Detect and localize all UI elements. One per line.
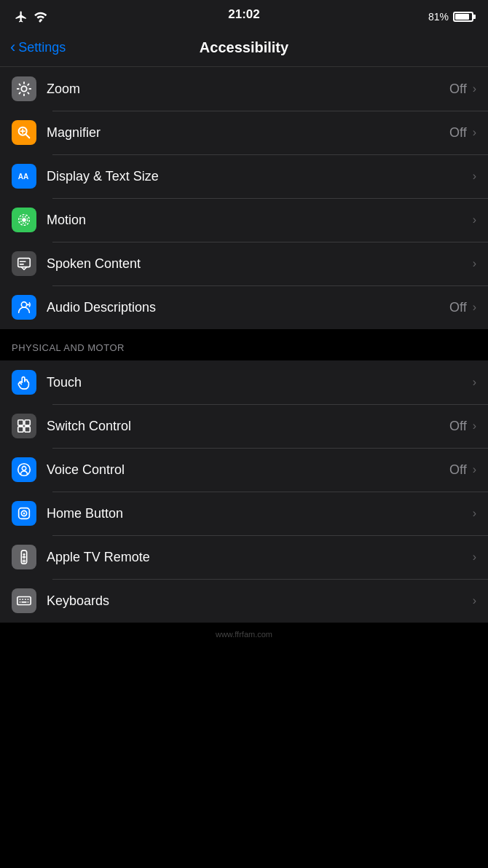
status-right: 81% bbox=[428, 11, 473, 23]
switch-control-icon bbox=[12, 414, 36, 438]
watermark: www.ffrfam.com bbox=[0, 623, 488, 646]
back-chevron-icon: ‹ bbox=[10, 39, 15, 55]
apple-tv-remote-icon bbox=[12, 545, 36, 569]
physical-motor-section-header: PHYSICAL AND MOTOR bbox=[0, 329, 488, 360]
keyboards-row[interactable]: Keyboards › bbox=[0, 579, 488, 623]
magnifier-value: Off bbox=[449, 125, 467, 141]
nav-bar: ‹ Settings Accessibility bbox=[0, 32, 488, 67]
home-button-svg bbox=[16, 505, 32, 521]
status-bar: 21:02 81% bbox=[0, 0, 488, 32]
audio-descriptions-label: Audio Descriptions bbox=[47, 300, 449, 315]
svg-rect-25 bbox=[25, 427, 30, 432]
motion-label: Motion bbox=[47, 213, 473, 228]
svg-line-7 bbox=[28, 84, 28, 85]
touch-svg bbox=[16, 374, 32, 390]
zoom-row[interactable]: Zoom Off › bbox=[0, 67, 488, 111]
motor-settings-list: Touch › Switch Control Off › Voice Contr… bbox=[0, 360, 488, 623]
apple-tv-remote-label: Apple TV Remote bbox=[47, 550, 473, 565]
touch-icon bbox=[12, 370, 36, 395]
remote-svg bbox=[16, 549, 32, 565]
svg-point-20 bbox=[21, 302, 26, 307]
touch-row[interactable]: Touch › bbox=[0, 360, 488, 404]
svg-rect-17 bbox=[18, 259, 31, 267]
magnifier-svg bbox=[16, 125, 32, 141]
battery-fill bbox=[455, 14, 469, 20]
voice-control-svg bbox=[16, 462, 32, 478]
voice-control-row[interactable]: Voice Control Off › bbox=[0, 448, 488, 492]
svg-rect-23 bbox=[25, 420, 30, 425]
svg-point-35 bbox=[23, 560, 25, 562]
back-button[interactable]: ‹ Settings bbox=[10, 40, 66, 55]
spoken-content-row[interactable]: Spoken Content › bbox=[0, 242, 488, 285]
keyboards-icon bbox=[12, 588, 36, 613]
keyboards-chevron-icon: › bbox=[473, 594, 476, 607]
switch-control-row[interactable]: Switch Control Off › bbox=[0, 404, 488, 448]
magnifier-icon bbox=[12, 120, 36, 145]
audio-descriptions-value: Off bbox=[449, 300, 467, 315]
display-text-label: Display & Text Size bbox=[47, 169, 473, 184]
svg-point-21 bbox=[27, 304, 29, 306]
battery-icon bbox=[453, 12, 473, 22]
home-button-icon bbox=[12, 501, 36, 526]
zoom-icon bbox=[12, 76, 36, 101]
svg-rect-24 bbox=[18, 427, 23, 432]
status-time: 21:02 bbox=[228, 7, 259, 22]
back-label: Settings bbox=[18, 40, 66, 55]
motion-icon bbox=[12, 208, 36, 232]
airplane-icon bbox=[15, 10, 28, 23]
switch-control-label: Switch Control bbox=[47, 419, 449, 434]
zoom-label: Zoom bbox=[47, 82, 449, 97]
wifi-icon bbox=[34, 10, 47, 23]
svg-rect-22 bbox=[18, 420, 23, 425]
svg-point-32 bbox=[23, 553, 25, 556]
apple-tv-remote-row[interactable]: Apple TV Remote › bbox=[0, 535, 488, 579]
motion-row[interactable]: Motion › bbox=[0, 198, 488, 242]
home-button-row[interactable]: Home Button › bbox=[0, 492, 488, 535]
display-text-chevron-icon: › bbox=[473, 170, 476, 183]
voice-control-icon bbox=[12, 457, 36, 482]
home-button-chevron-icon: › bbox=[473, 507, 476, 520]
display-text-svg: AA bbox=[16, 168, 32, 184]
zoom-svg bbox=[16, 81, 32, 97]
display-text-icon: AA bbox=[12, 164, 36, 189]
keyboard-svg bbox=[16, 593, 32, 609]
status-left bbox=[15, 10, 47, 23]
audio-desc-svg bbox=[16, 299, 32, 315]
svg-line-8 bbox=[20, 92, 20, 93]
page-title: Accessibility bbox=[200, 39, 288, 56]
motion-chevron-icon: › bbox=[473, 213, 476, 226]
audio-descriptions-chevron-icon: › bbox=[473, 301, 476, 314]
magnifier-chevron-icon: › bbox=[473, 126, 476, 139]
magnifier-label: Magnifier bbox=[47, 125, 449, 141]
zoom-value: Off bbox=[449, 82, 467, 97]
magnifier-row[interactable]: Magnifier Off › bbox=[0, 111, 488, 154]
voice-control-value: Off bbox=[449, 462, 467, 478]
settings-list: Zoom Off › Magnifier Off › AA Display & … bbox=[0, 67, 488, 329]
display-text-row[interactable]: AA Display & Text Size › bbox=[0, 154, 488, 198]
spoken-content-icon bbox=[12, 251, 36, 276]
svg-text:AA: AA bbox=[18, 173, 29, 181]
audio-descriptions-row[interactable]: Audio Descriptions Off › bbox=[0, 285, 488, 329]
home-button-label: Home Button bbox=[47, 506, 473, 521]
spoken-content-label: Spoken Content bbox=[47, 256, 473, 272]
svg-line-10 bbox=[25, 134, 29, 138]
svg-point-15 bbox=[22, 218, 26, 222]
battery-percentage: 81% bbox=[428, 11, 449, 23]
svg-point-27 bbox=[22, 466, 26, 470]
switch-control-value: Off bbox=[449, 419, 467, 434]
keyboards-label: Keyboards bbox=[47, 593, 473, 609]
spoken-content-svg bbox=[16, 256, 32, 272]
voice-control-chevron-icon: › bbox=[473, 463, 476, 476]
svg-rect-36 bbox=[17, 597, 31, 605]
switch-control-chevron-icon: › bbox=[473, 419, 476, 433]
svg-line-6 bbox=[28, 92, 28, 93]
apple-tv-remote-chevron-icon: › bbox=[473, 551, 476, 564]
svg-point-0 bbox=[21, 86, 26, 91]
spoken-content-chevron-icon: › bbox=[473, 257, 476, 270]
switch-svg bbox=[16, 418, 32, 434]
audio-descriptions-icon bbox=[12, 295, 36, 320]
voice-control-label: Voice Control bbox=[47, 462, 449, 478]
zoom-chevron-icon: › bbox=[473, 82, 476, 95]
touch-chevron-icon: › bbox=[473, 376, 476, 389]
svg-point-26 bbox=[18, 464, 31, 476]
